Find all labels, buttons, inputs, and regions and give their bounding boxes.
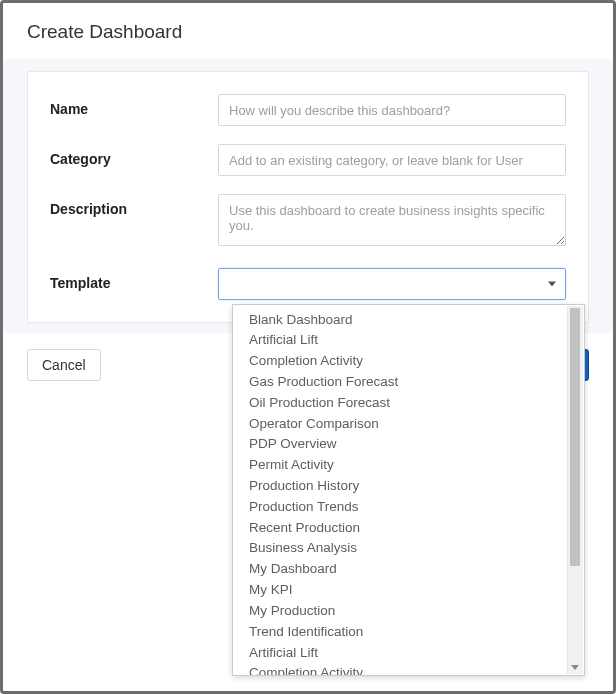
template-option[interactable]: Recent Production xyxy=(233,517,584,538)
category-input[interactable] xyxy=(218,144,566,176)
template-option[interactable]: Oil Production Forecast xyxy=(233,392,584,413)
template-option[interactable]: My Production xyxy=(233,600,584,621)
template-option[interactable]: My KPI xyxy=(233,580,584,601)
template-option[interactable]: Operator Comparison xyxy=(233,413,584,434)
template-option[interactable]: Business Analysis xyxy=(233,538,584,559)
name-label: Name xyxy=(50,94,218,117)
template-option[interactable]: Permit Activity xyxy=(233,455,584,476)
template-option[interactable]: Gas Production Forecast xyxy=(233,371,584,392)
template-option[interactable]: Trend Identification xyxy=(233,621,584,642)
description-row: Description xyxy=(50,194,566,250)
template-option[interactable]: Completion Activity xyxy=(233,351,584,372)
create-dashboard-modal: Create Dashboard Name Category Descripti… xyxy=(0,0,616,694)
template-row: Template xyxy=(50,268,566,300)
template-option[interactable]: Production History xyxy=(233,476,584,497)
template-option[interactable]: Completion Activity xyxy=(233,663,584,675)
form-card: Name Category Description Template xyxy=(27,71,589,323)
modal-body: Name Category Description Template xyxy=(3,59,613,333)
template-option[interactable]: Artificial Lift xyxy=(233,642,584,663)
template-select[interactable] xyxy=(218,268,566,300)
template-label: Template xyxy=(50,268,218,291)
template-option[interactable]: Artificial Lift xyxy=(233,330,584,351)
template-dropdown[interactable]: Blank DashboardArtificial LiftCompletion… xyxy=(232,304,585,676)
template-option[interactable]: My Dashboard xyxy=(233,559,584,580)
category-label: Category xyxy=(50,144,218,167)
template-option[interactable]: Blank Dashboard xyxy=(233,309,584,330)
category-row: Category xyxy=(50,144,566,176)
modal-title: Create Dashboard xyxy=(3,3,613,59)
name-input[interactable] xyxy=(218,94,566,126)
dropdown-scrollbar-thumb[interactable] xyxy=(570,308,580,566)
chevron-down-icon[interactable] xyxy=(571,665,579,670)
cancel-button[interactable]: Cancel xyxy=(27,349,101,381)
template-option[interactable]: Production Trends xyxy=(233,496,584,517)
description-input[interactable] xyxy=(218,194,566,246)
template-option[interactable]: PDP Overview xyxy=(233,434,584,455)
description-label: Description xyxy=(50,194,218,217)
dropdown-scrollbar-track[interactable] xyxy=(567,306,583,674)
name-row: Name xyxy=(50,94,566,126)
